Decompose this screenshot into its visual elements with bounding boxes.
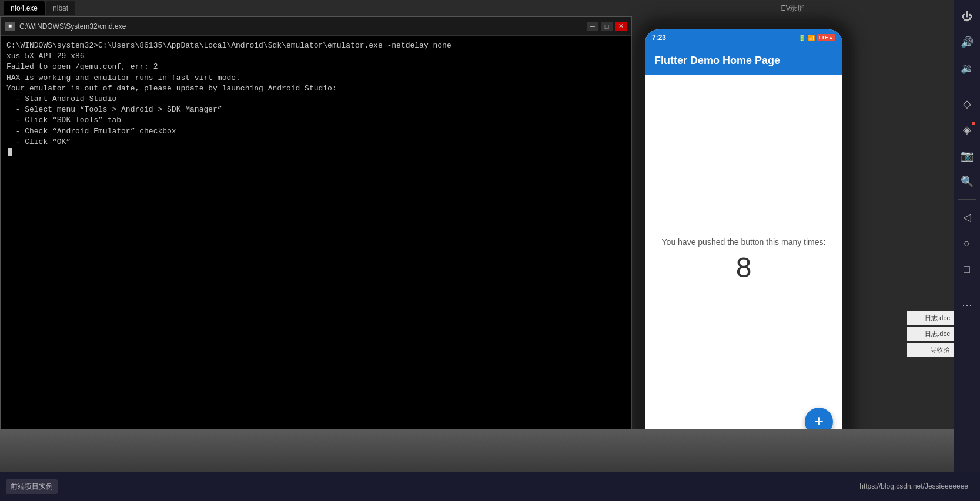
cmd-tab-bar: nfo4.exe nibat bbox=[0, 0, 632, 16]
sidebar-item-1[interactable]: 日志.doc bbox=[907, 327, 954, 341]
zoom-button[interactable]: 🔍 bbox=[956, 171, 978, 192]
toolbar-home-button[interactable]: ○ bbox=[956, 233, 978, 254]
appbar-title: Flutter Demo Home Page bbox=[654, 55, 780, 67]
cmd-line-6: - Select menu “Tools > Android > SDK Man… bbox=[6, 105, 626, 115]
cmd-line-1: xus_5X_API_29_x86 bbox=[6, 51, 626, 62]
counter-label: You have pushed the button this many tim… bbox=[662, 237, 826, 247]
cmd-line-8: - Check “Android Emulator” checkbox bbox=[6, 126, 626, 137]
cmd-titlebar: ■ C:\WINDOWS\System32\cmd.exe ─ □ ✕ bbox=[1, 17, 631, 36]
cmd-window: ■ C:\WINDOWS\System32\cmd.exe ─ □ ✕ C:\W… bbox=[0, 16, 632, 445]
wifi-icon: 📶 bbox=[808, 35, 815, 41]
toolbar-square-button[interactable]: □ bbox=[956, 258, 978, 280]
cmd-line-4: Your emulator is out of date, please upd… bbox=[6, 83, 626, 94]
cmd-close-button[interactable]: ✕ bbox=[615, 22, 627, 31]
phone-screen: 7:23 🔋 📶 LTE▲ Flutter Demo Home Page You… bbox=[645, 29, 842, 473]
cmd-line-7: - Click “SDK Tools” tab bbox=[6, 115, 626, 126]
phone-appbar: Flutter Demo Home Page bbox=[645, 46, 842, 75]
cmd-cursor-line bbox=[6, 147, 626, 158]
power-button[interactable]: ⏻ bbox=[956, 6, 978, 27]
phone-device: 7:23 🔋 📶 LTE▲ Flutter Demo Home Page You… bbox=[638, 22, 849, 480]
cmd-minimize-button[interactable]: ─ bbox=[587, 22, 598, 31]
sidebar-item-2[interactable]: 导收拾 bbox=[907, 343, 954, 357]
cmd-maximize-button[interactable]: □ bbox=[601, 22, 613, 31]
phone-status-bar: 7:23 🔋 📶 LTE▲ bbox=[645, 29, 842, 46]
cmd-line-5: - Start Android Studio bbox=[6, 94, 626, 105]
cmd-title-text: C:\WINDOWS\System32\cmd.exe bbox=[19, 22, 582, 31]
cmd-window-controls: ─ □ ✕ bbox=[587, 22, 627, 31]
phone-container: 7:23 🔋 📶 LTE▲ Flutter Demo Home Page You… bbox=[632, 16, 855, 486]
volume-down-button[interactable]: 🔉 bbox=[956, 58, 978, 79]
phone-content: You have pushed the button this many tim… bbox=[645, 75, 842, 445]
ev-header-label: EV录屏 bbox=[781, 4, 804, 14]
lte-badge: LTE▲ bbox=[817, 34, 835, 41]
battery-icon: 🔋 bbox=[798, 35, 805, 41]
sidebar-doc-items: 日志.doc 日志.doc 导收拾 bbox=[907, 311, 954, 357]
cmd-icon: ■ bbox=[5, 22, 15, 31]
tab-nfo4exe[interactable]: nfo4.exe bbox=[4, 1, 45, 15]
toolbar-back-button[interactable]: ◁ bbox=[956, 207, 978, 228]
toolbar-separator-2 bbox=[958, 199, 976, 200]
taskbar-items: 前端项目实例 bbox=[6, 479, 58, 494]
cmd-line-9: - Click “OK” bbox=[6, 137, 626, 147]
cmd-output: C:\WINDOWS\system32>C:\Users\86135\AppDa… bbox=[1, 36, 631, 445]
taskbar-url: https://blog.csdn.net/Jessieeeeeee bbox=[859, 482, 968, 490]
right-toolbar: ⏻ 🔊 🔉 ◇ ◈ 📷 🔍 ◁ ○ □ ⋯ bbox=[954, 0, 980, 501]
taskbar-project-label[interactable]: 前端项目实例 bbox=[6, 479, 58, 494]
sidebar-item-0[interactable]: 日志.doc bbox=[907, 311, 954, 325]
taskbar: 前端项目实例 https://blog.csdn.net/Jessieeeeee… bbox=[0, 472, 980, 501]
diamond-fill-button[interactable]: ◈ bbox=[956, 119, 978, 140]
desktop-background bbox=[0, 429, 980, 472]
toolbar-separator-3 bbox=[958, 287, 976, 287]
status-time: 7:23 bbox=[652, 33, 666, 42]
cmd-line-0: C:\WINDOWS\system32>C:\Users\86135\AppDa… bbox=[6, 41, 626, 51]
cmd-line-3: HAX is working and emulator runs in fast… bbox=[6, 73, 626, 83]
ev-header: EV录屏 bbox=[632, 0, 954, 16]
status-icons: 🔋 📶 LTE▲ bbox=[798, 34, 835, 41]
camera-button[interactable]: 📷 bbox=[956, 145, 978, 166]
volume-up-button[interactable]: 🔊 bbox=[956, 32, 978, 53]
toolbar-separator-1 bbox=[958, 86, 976, 86]
counter-number: 8 bbox=[736, 251, 752, 284]
more-button[interactable]: ⋯ bbox=[956, 294, 978, 315]
tab-nibat[interactable]: nibat bbox=[46, 1, 75, 15]
diamond-button[interactable]: ◇ bbox=[956, 93, 978, 115]
cmd-line-2: Failed to open /qemu.conf, err: 2 bbox=[6, 62, 626, 72]
